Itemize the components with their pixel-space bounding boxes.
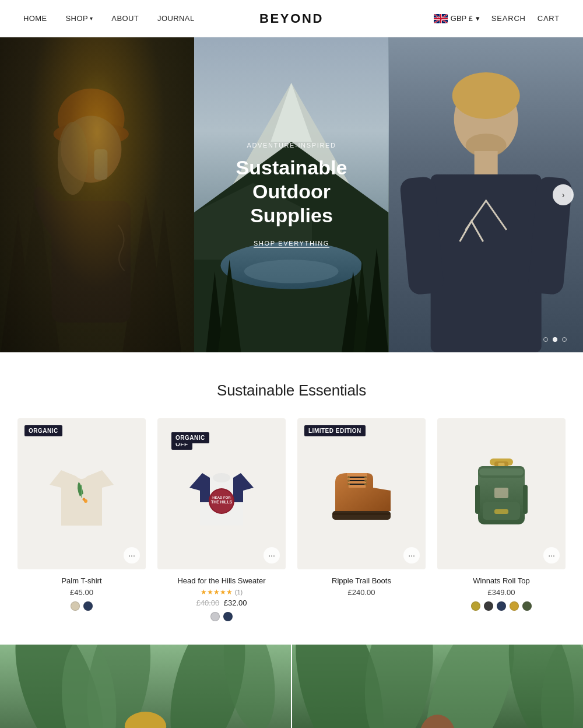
svg-rect-58 — [479, 468, 524, 475]
products-section: Sustainable Essentials ORGANIC ··· Palm … — [0, 352, 583, 645]
svg-point-9 — [61, 116, 121, 183]
shop-chevron-icon: ▾ — [90, 15, 93, 22]
svg-point-12 — [26, 181, 83, 257]
swatch-navy[interactable] — [83, 601, 93, 611]
product-image-wrap: 20% OFF ORGANIC HEAD FOR THE HILLS — [157, 418, 286, 569]
bottom-panel-left[interactable] — [0, 645, 291, 728]
product-name-3: Ripple Trail Boots — [297, 576, 426, 585]
hero-title: Sustainable Outdoor Supplies — [216, 156, 367, 227]
currency-selector[interactable]: GBP £ ▾ — [434, 14, 480, 23]
product-more-button-3[interactable]: ··· — [403, 547, 420, 564]
price-sale: £32.00 — [224, 598, 247, 607]
hero-panel-center: ADVENTURE-INSPIRED Sustainable Outdoor S… — [194, 37, 388, 352]
swatch-grey[interactable] — [210, 612, 220, 621]
hero-content: ADVENTURE-INSPIRED Sustainable Outdoor S… — [216, 142, 367, 248]
hero-dot-indicators — [543, 337, 567, 342]
svg-point-21 — [244, 260, 339, 283]
svg-rect-31 — [474, 151, 497, 174]
swatch-dark-navy[interactable] — [497, 601, 506, 611]
product-more-button[interactable]: ··· — [124, 547, 140, 564]
svg-text:THE HILLS: THE HILLS — [211, 500, 232, 504]
search-button[interactable]: SEARCH — [491, 14, 526, 23]
product-card-trail-boots[interactable]: LIMITED EDITION — [297, 418, 426, 621]
nav-about[interactable]: ABOUT — [111, 14, 139, 23]
nav-right: GBP £ ▾ SEARCH CART — [434, 14, 560, 23]
product-more-button-2[interactable]: ··· — [264, 547, 280, 564]
svg-point-51 — [364, 483, 367, 485]
product-name: Palm T-shirt — [17, 576, 146, 585]
swatch-gold[interactable] — [471, 601, 480, 611]
backpack-svg — [472, 456, 531, 531]
stars-icon: ★★★★★ — [201, 588, 233, 596]
nav-journal[interactable]: JOURNAL — [157, 14, 194, 23]
svg-rect-1 — [0, 37, 194, 352]
brand-logo[interactable]: BEYOND — [259, 11, 324, 26]
hero-dot-2[interactable] — [553, 337, 557, 342]
color-swatches-4 — [437, 601, 566, 611]
product-price-3: £240.00 — [297, 588, 426, 597]
color-swatches — [17, 601, 146, 611]
currency-chevron-icon: ▾ — [476, 14, 480, 23]
cart-button[interactable]: CART — [538, 14, 560, 23]
product-badge-organic2: ORGANIC — [171, 432, 209, 443]
nav-shop[interactable]: SHOP ▾ — [66, 14, 93, 23]
svg-point-36 — [83, 498, 86, 501]
swatch-olive[interactable] — [522, 601, 532, 611]
product-card-hills-sweater[interactable]: 20% OFF ORGANIC HEAD FOR THE HILLS — [157, 418, 286, 621]
product-more-button-4[interactable]: ··· — [543, 547, 560, 564]
product-image-wrap-3: LIMITED EDITION — [297, 418, 426, 569]
hero-section: ADVENTURE-INSPIRED Sustainable Outdoor S… — [0, 37, 583, 352]
nav-left: HOME SHOP ▾ ABOUT JOURNAL — [23, 14, 195, 23]
product-price-4: £349.00 — [437, 588, 566, 597]
svg-text:HEAD FOR: HEAD FOR — [212, 496, 231, 499]
product-image-wrap-4: ··· — [437, 418, 566, 569]
navigation: HOME SHOP ▾ ABOUT JOURNAL BEYOND GBP £ ▾… — [0, 0, 583, 37]
svg-point-50 — [347, 483, 350, 485]
hero-dot-3[interactable] — [562, 337, 567, 342]
svg-point-8 — [54, 122, 129, 146]
swatch-mustard[interactable] — [510, 601, 519, 611]
svg-rect-42 — [332, 511, 391, 520]
products-grid: ORGANIC ··· Palm T-shirt £45.00 — [17, 418, 566, 621]
hero-panel-left — [0, 37, 194, 352]
svg-point-48 — [347, 480, 350, 482]
product-rating: ★★★★★ (1) — [157, 588, 286, 596]
svg-point-49 — [364, 480, 367, 482]
svg-rect-62 — [523, 485, 528, 514]
product-card-palm-tshirt[interactable]: ORGANIC ··· Palm T-shirt £45.00 — [17, 418, 146, 621]
svg-rect-61 — [475, 485, 480, 514]
swatch-tan[interactable] — [71, 601, 80, 611]
product-image-wrap: ORGANIC ··· — [17, 418, 146, 569]
sweater-svg: HEAD FOR THE HILLS — [189, 456, 254, 531]
svg-marker-6 — [146, 207, 182, 352]
swatch-black[interactable] — [484, 601, 493, 611]
svg-rect-11 — [52, 201, 131, 322]
svg-point-46 — [347, 476, 350, 478]
svg-point-29 — [452, 72, 519, 119]
svg-rect-13 — [94, 149, 107, 180]
product-badge-limited: LIMITED EDITION — [304, 425, 366, 436]
svg-rect-52 — [332, 513, 391, 515]
svg-marker-3 — [0, 213, 36, 352]
boots-svg — [324, 464, 399, 523]
svg-rect-60 — [494, 509, 508, 514]
product-badge-organic: ORGANIC — [24, 425, 62, 436]
hero-cta-button[interactable]: SHOP EVERYTHING — [254, 240, 329, 247]
product-name-4: Winnats Roll Top — [437, 576, 566, 585]
svg-marker-5 — [121, 195, 170, 352]
color-swatches-2 — [157, 612, 286, 621]
swatch-navy-2[interactable] — [223, 612, 233, 621]
nav-home[interactable]: HOME — [23, 14, 47, 23]
currency-label: GBP £ — [451, 14, 473, 23]
chevron-right-icon: › — [562, 190, 565, 200]
svg-point-47 — [364, 476, 367, 478]
bottom-panel-right[interactable] — [292, 645, 583, 728]
bottom-panels — [0, 645, 583, 728]
hero-image-woman — [0, 37, 194, 352]
product-card-roll-top[interactable]: ··· Winnats Roll Top £349.00 — [437, 418, 566, 621]
section-title: Sustainable Essentials — [17, 382, 566, 400]
price-original: £40.00 — [196, 598, 219, 607]
hero-dot-1[interactable] — [543, 337, 548, 342]
hero-next-button[interactable]: › — [553, 184, 574, 205]
svg-point-10 — [58, 122, 88, 195]
